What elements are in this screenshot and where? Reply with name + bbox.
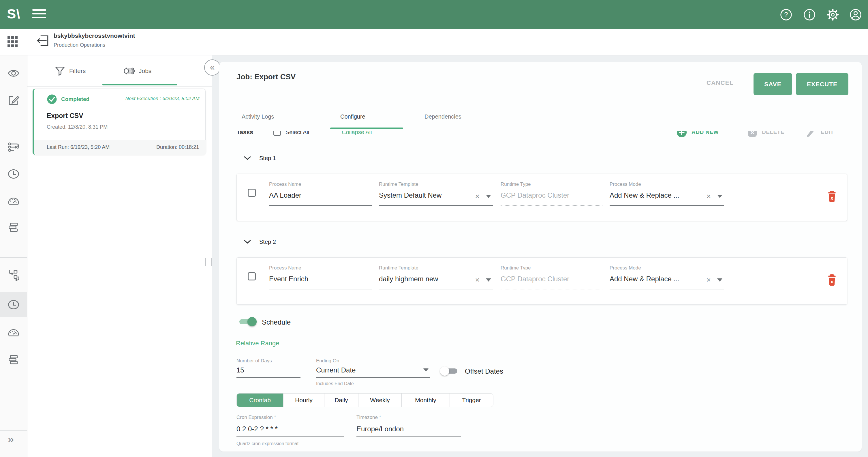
runtime-type-label: Runtime Type xyxy=(501,265,531,271)
cancel-button[interactable]: CANCEL xyxy=(707,79,744,86)
delete-step-trash-icon[interactable]: x xyxy=(827,190,837,202)
dropdown-caret-icon[interactable] xyxy=(423,368,429,372)
workflow-branch-icon[interactable] xyxy=(7,269,20,281)
process-name-field[interactable]: Process Name AA Loader xyxy=(269,181,372,213)
dropdown-caret-icon[interactable] xyxy=(717,195,722,198)
pipeline-flow-icon[interactable] xyxy=(7,141,20,153)
tab-filters[interactable]: Filters xyxy=(55,64,86,78)
info-icon[interactable] xyxy=(803,8,816,21)
process-mode-field[interactable]: Process Mode Add New & Replace ... × xyxy=(610,181,724,213)
settings-gear-icon[interactable] xyxy=(826,8,839,21)
job-detail-header: Job: Export CSV CANCEL SAVE EXECUTE Acti… xyxy=(219,62,862,131)
job-detail-title: Job: Export CSV xyxy=(237,72,296,81)
back-export-icon[interactable] xyxy=(35,33,50,48)
tab-dependencies[interactable]: Dependencies xyxy=(425,113,461,120)
stack-layers-icon[interactable] xyxy=(7,354,20,366)
process-mode-label: Process Mode xyxy=(610,265,641,271)
schedule-toggle[interactable] xyxy=(238,318,256,326)
job-last-run: Last Run: 6/19/23, 5:20 AM xyxy=(47,144,110,150)
apps-grid-icon[interactable] xyxy=(7,36,19,47)
process-mode-value[interactable]: Add New & Replace ... xyxy=(610,275,679,283)
svg-text:x: x xyxy=(831,195,833,201)
gauge-icon[interactable] xyxy=(7,195,20,208)
offset-dates-toggle[interactable] xyxy=(441,367,459,375)
dropdown-caret-icon[interactable] xyxy=(717,278,722,282)
step-1-header[interactable]: Step 1 xyxy=(244,151,276,165)
hamburger-menu-icon[interactable] xyxy=(32,9,46,20)
active-tab-underline xyxy=(330,127,403,129)
panel-tabs: Filters Jobs xyxy=(27,55,212,87)
tab-jobs[interactable]: Jobs xyxy=(123,64,151,78)
account-icon[interactable] xyxy=(849,8,862,21)
chevron-down-icon xyxy=(244,156,251,160)
eye-icon[interactable] xyxy=(7,67,20,80)
process-name-value[interactable]: Event Enrich xyxy=(269,275,308,283)
clear-selection-icon[interactable]: × xyxy=(475,276,479,284)
job-card-footer: Last Run: 6/19/23, 5:20 AM Duration: 00:… xyxy=(34,140,207,155)
runtime-type-value: GCP Dataproc Cluster xyxy=(501,275,569,283)
step-2-header[interactable]: Step 2 xyxy=(244,235,276,249)
offset-dates-label: Offset Dates xyxy=(465,367,503,375)
clear-selection-icon[interactable]: × xyxy=(475,192,479,201)
step-2-checkbox[interactable] xyxy=(248,272,256,280)
clear-selection-icon[interactable]: × xyxy=(707,192,711,201)
delete-step-trash-icon[interactable]: x xyxy=(827,274,837,286)
relative-range-heading: Relative Range xyxy=(236,340,279,347)
execute-button[interactable]: EXECUTE xyxy=(796,73,848,95)
step-2-title: Step 2 xyxy=(259,239,276,245)
tab-trigger[interactable]: Trigger xyxy=(450,394,493,407)
tab-activity-logs[interactable]: Activity Logs xyxy=(242,113,274,120)
job-created: Created: 12/8/20, 8:31 PM xyxy=(47,124,107,130)
clear-selection-icon[interactable]: × xyxy=(707,276,711,284)
number-of-days-field[interactable]: Number of Days 15 xyxy=(237,358,301,393)
dropdown-caret-icon[interactable] xyxy=(486,278,491,282)
step-1-row: Process Name AA Loader Runtime Template … xyxy=(237,174,847,221)
number-of-days-label: Number of Days xyxy=(237,358,272,364)
number-of-days-value[interactable]: 15 xyxy=(237,366,244,374)
ending-on-field[interactable]: Ending On Current Date Includes End Date xyxy=(316,358,430,393)
runtime-template-value[interactable]: daily highmem new xyxy=(379,275,438,283)
step-1-checkbox[interactable] xyxy=(248,189,256,197)
clock-icon-active[interactable] xyxy=(7,298,20,311)
process-name-label: Process Name xyxy=(269,265,301,271)
check-circle-icon xyxy=(47,94,57,104)
tab-daily[interactable]: Daily xyxy=(324,394,359,407)
runtime-template-label: Runtime Template xyxy=(379,265,418,271)
panel-resize-handle[interactable] xyxy=(205,258,212,266)
process-name-field[interactable]: Process Name Event Enrich xyxy=(269,265,372,297)
sidebar-divider xyxy=(0,130,27,130)
context-subtitle: Production Operations xyxy=(54,42,105,48)
runtime-template-field[interactable]: Runtime Template daily highmem new × xyxy=(379,265,493,297)
save-button[interactable]: SAVE xyxy=(753,73,792,95)
tab-weekly[interactable]: Weekly xyxy=(359,394,402,407)
dropdown-caret-icon[interactable] xyxy=(486,195,491,198)
cron-expression-field[interactable]: Cron Expression * 0 2 0-2 ? * * * Quartz… xyxy=(237,415,344,449)
process-mode-value[interactable]: Add New & Replace ... xyxy=(610,191,679,200)
job-list-item[interactable]: Completed Next Execution : 6/20/23, 5:02… xyxy=(33,89,206,155)
clock-icon[interactable] xyxy=(7,167,20,180)
help-icon[interactable]: ? xyxy=(779,8,793,21)
process-mode-field[interactable]: Process Mode Add New & Replace ... × xyxy=(610,265,724,297)
job-status-label: Completed xyxy=(61,96,89,102)
expand-sidebar-icon[interactable]: » xyxy=(7,433,14,446)
ending-on-value[interactable]: Current Date xyxy=(316,366,355,374)
tab-monthly[interactable]: Monthly xyxy=(402,394,450,407)
timezone-field[interactable]: Timezone * Europe/London xyxy=(356,415,461,449)
schedule-label: Schedule xyxy=(262,318,291,326)
tab-hourly[interactable]: Hourly xyxy=(283,394,324,407)
collapse-panel-button[interactable]: « xyxy=(204,59,220,75)
edit-compose-icon[interactable] xyxy=(7,94,20,106)
tab-configure[interactable]: Configure xyxy=(340,113,365,120)
runtime-template-value[interactable]: System Default New xyxy=(379,191,441,200)
tab-crontab[interactable]: Crontab xyxy=(237,394,283,407)
runtime-type-field: Runtime Type GCP Dataproc Cluster xyxy=(501,265,602,297)
cron-expression-value[interactable]: 0 2 0-2 ? * * * xyxy=(237,425,278,433)
timezone-value[interactable]: Europe/London xyxy=(356,425,404,433)
runtime-template-field[interactable]: Runtime Template System Default New × xyxy=(379,181,493,213)
stack-layers-icon[interactable] xyxy=(7,221,20,234)
tab-jobs-label: Jobs xyxy=(139,67,151,74)
runtime-type-label: Runtime Type xyxy=(501,181,531,187)
gauge-icon[interactable] xyxy=(7,326,20,339)
active-tab-underline xyxy=(102,84,177,85)
process-name-value[interactable]: AA Loader xyxy=(269,191,301,200)
